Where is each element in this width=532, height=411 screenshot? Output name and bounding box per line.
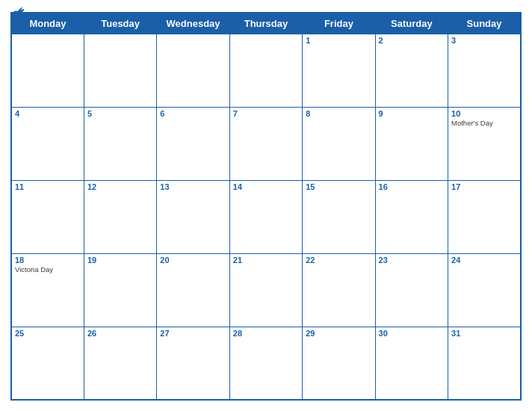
calendar-cell [84,34,156,108]
weekday-header-sunday: Sunday [448,13,521,34]
day-number: 9 [379,109,445,118]
day-number: 15 [306,182,371,191]
day-number: 8 [306,109,371,118]
calendar-cell: 11 [11,180,84,253]
day-number: 22 [306,256,371,265]
calendar-cell: 31 [448,327,521,400]
calendar-cell: 4 [11,107,84,180]
day-number: 3 [451,36,517,45]
day-number: 23 [379,256,445,265]
day-number: 11 [15,182,81,191]
day-number: 24 [451,256,517,265]
day-number: 21 [233,256,299,265]
day-number: 30 [379,329,445,338]
calendar-cell: 13 [157,180,229,253]
calendar-week-row: 25262728293031 [11,327,521,400]
calendar-cell: 19 [84,253,156,327]
day-number: 10 [451,109,517,118]
day-number: 25 [15,329,81,338]
calendar-week-row: 11121314151617 [11,180,521,253]
day-number: 26 [87,329,153,338]
day-number: 6 [160,109,226,118]
day-number: 19 [87,256,153,265]
calendar-wrapper: MondayTuesdayWednesdayThursdayFridaySatu… [0,0,532,411]
calendar-cell: 15 [303,180,375,253]
event-label: Victoria Day [15,265,81,274]
day-number: 16 [379,182,445,191]
calendar-cell: 2 [375,34,448,108]
calendar-cell: 21 [229,253,302,327]
calendar-cell: 1 [303,34,375,108]
day-number: 1 [306,36,371,45]
logo [10,7,25,19]
calendar-cell [157,34,229,108]
day-number: 28 [233,329,299,338]
calendar-cell: 12 [84,180,156,253]
weekday-header-row: MondayTuesdayWednesdayThursdayFridaySatu… [11,13,521,34]
day-number: 29 [306,329,371,338]
calendar-cell: 24 [448,253,521,327]
calendar-cell: 30 [375,327,448,400]
calendar-cell: 6 [157,107,229,180]
calendar-cell: 9 [375,107,448,180]
calendar-cell: 16 [375,180,448,253]
day-number: 13 [160,182,226,191]
day-number: 27 [160,329,226,338]
calendar-cell [11,34,84,108]
weekday-header-thursday: Thursday [229,13,302,34]
calendar-cell: 29 [303,327,375,400]
weekday-header-saturday: Saturday [375,13,448,34]
calendar-table: MondayTuesdayWednesdayThursdayFridaySatu… [10,12,522,401]
calendar-cell: 17 [448,180,521,253]
day-number: 20 [160,256,226,265]
calendar-cell: 18Victoria Day [11,253,84,327]
day-number: 5 [87,109,153,118]
day-number: 14 [233,182,299,191]
calendar-cell: 23 [375,253,448,327]
day-number: 18 [15,256,81,265]
calendar-cell: 28 [229,327,302,400]
logo-bird-icon [12,6,25,19]
weekday-header-tuesday: Tuesday [84,13,156,34]
day-number: 12 [87,182,153,191]
day-number: 31 [451,329,517,338]
day-number: 7 [233,109,299,118]
calendar-cell: 27 [157,327,229,400]
calendar-cell: 22 [303,253,375,327]
calendar-cell: 10Mother's Day [448,107,521,180]
calendar-cell: 3 [448,34,521,108]
calendar-cell: 14 [229,180,302,253]
calendar-cell: 25 [11,327,84,400]
calendar-week-row: 45678910Mother's Day [11,107,521,180]
calendar-cell [229,34,302,108]
calendar-week-row: 18Victoria Day192021222324 [11,253,521,327]
event-label: Mother's Day [451,119,517,127]
calendar-cell: 8 [303,107,375,180]
weekday-header-friday: Friday [303,13,375,34]
day-number: 2 [379,36,445,45]
calendar-cell: 26 [84,327,156,400]
calendar-week-row: 123 [11,34,521,108]
day-number: 17 [451,182,517,191]
calendar-cell: 7 [229,107,302,180]
calendar-cell: 5 [84,107,156,180]
calendar-cell: 20 [157,253,229,327]
day-number: 4 [15,109,81,118]
weekday-header-wednesday: Wednesday [157,13,229,34]
